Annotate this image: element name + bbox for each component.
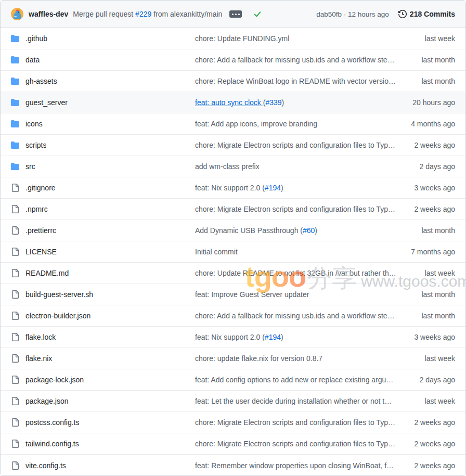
file-name-link[interactable]: data: [25, 56, 40, 64]
file-name-link[interactable]: vite.config.ts: [25, 461, 66, 470]
file-name-link[interactable]: flake.lock: [25, 333, 56, 341]
commit-message-cell[interactable]: feat: Improve Guest Server updater: [195, 290, 397, 299]
file-name-link[interactable]: README.md: [25, 269, 69, 277]
commit-date: 2 weeks ago: [397, 418, 455, 427]
file-icon: [11, 226, 19, 235]
commit-message-text: chore: Migrate Electron scripts and conf…: [195, 418, 395, 427]
commit-message-text: chore: Add a fallback for missing usb.id…: [195, 312, 395, 320]
file-name-link[interactable]: package.json: [25, 397, 69, 405]
commit-message-cell[interactable]: add wm-class prefix: [195, 162, 397, 171]
file-name-cell: .prettierrc: [11, 226, 195, 235]
file-icon: [11, 440, 19, 448]
ci-status-check-icon[interactable]: [253, 10, 262, 18]
issue-link[interactable]: #194: [265, 333, 281, 341]
commit-message-text: feat: Let the user decide during install…: [195, 397, 392, 405]
commit-date: last week: [397, 269, 455, 277]
folder-icon: [11, 77, 19, 85]
commit-date: 2 days ago: [397, 376, 455, 384]
commit-author[interactable]: waffles-dev: [29, 10, 68, 18]
file-name-cell: src: [11, 162, 195, 171]
file-icon: [11, 269, 19, 277]
file-name-cell: guest_server: [11, 98, 195, 107]
commit-message-cell[interactable]: feat: Nix support 2.0 (#194): [195, 333, 397, 341]
file-name-cell: scripts: [11, 141, 195, 149]
issue-link[interactable]: feat: auto sync clock: [195, 98, 263, 107]
commit-message-text: feat: Add config options to add new or r…: [195, 376, 393, 384]
avatar-image: [11, 8, 23, 20]
commit-message-cell[interactable]: feat: Add app icons, improve branding: [195, 120, 397, 128]
file-row-src: src add wm-class prefix 2 days ago: [1, 156, 465, 177]
commit-message-cell[interactable]: chore: Migrate Electron scripts and conf…: [195, 205, 397, 213]
file-name-cell: electron-builder.json: [11, 312, 195, 320]
commit-date: 2 weeks ago: [397, 440, 455, 448]
commit-message-cell[interactable]: chore: Update README to not list 32GB in…: [195, 269, 397, 277]
commit-date: 2 days ago: [397, 162, 455, 171]
file-name-link[interactable]: .npmrc: [25, 205, 48, 213]
commit-message-cell[interactable]: chore: Add a fallback for missing usb.id…: [195, 312, 397, 320]
file-name-link[interactable]: build-guest-server.sh: [25, 290, 93, 299]
commit-sha-and-time[interactable]: dab50fb · 12 hours ago: [316, 10, 389, 18]
file-name-link[interactable]: .prettierrc: [25, 226, 56, 235]
folder-icon: [11, 162, 19, 171]
file-icon: [11, 397, 19, 405]
file-name-link[interactable]: .github: [25, 34, 47, 43]
file-name-link[interactable]: gh-assets: [25, 77, 57, 85]
file-name-link[interactable]: scripts: [25, 141, 46, 149]
commit-message-cell[interactable]: feat: Remember window properties upon cl…: [195, 461, 397, 470]
file-icon: [11, 333, 19, 341]
commit-message-cell[interactable]: Initial commit: [195, 248, 397, 256]
commit-date: last month: [397, 226, 455, 235]
file-name-link[interactable]: icons: [25, 120, 43, 128]
file-icon: [11, 376, 19, 384]
file-name-link[interactable]: tailwind.config.ts: [25, 440, 79, 448]
commit-message-cell[interactable]: chore: Migrate Electron scripts and conf…: [195, 418, 397, 427]
commit-message-cell[interactable]: Add Dynamic USB Passthrough (#60): [195, 226, 397, 235]
file-name-link[interactable]: LICENSE: [25, 248, 57, 256]
file-name-link[interactable]: package-lock.json: [25, 376, 84, 384]
commit-message-cell[interactable]: chore: Migrate Electron scripts and conf…: [195, 141, 397, 149]
repo-file-browser: waffles-dev Merge pull request #229 from…: [0, 0, 466, 476]
commit-title-text: from alexankitty/main: [151, 10, 222, 18]
commit-message-text: add wm-class prefix: [195, 162, 260, 171]
issue-link[interactable]: #229: [135, 10, 151, 18]
commit-date: 4 months ago: [397, 120, 455, 128]
commit-date: 20 hours ago: [397, 98, 455, 107]
file-name-link[interactable]: postcss.config.ts: [25, 418, 80, 427]
file-icon: [11, 312, 19, 320]
issue-link[interactable]: #339: [265, 98, 281, 107]
commit-date: last week: [397, 34, 455, 43]
commit-message-cell[interactable]: chore: Replace WinBoat logo in README wi…: [195, 77, 397, 85]
file-icon: [11, 184, 19, 192]
file-row-scripts: scripts chore: Migrate Electron scripts …: [1, 135, 465, 156]
file-name-link[interactable]: flake.nix: [25, 354, 52, 363]
file-name-cell: .npmrc: [11, 205, 195, 213]
commit-expand-button[interactable]: [229, 10, 242, 18]
issue-link[interactable]: #194: [265, 184, 281, 192]
commits-count-label: 218 Commits: [410, 10, 455, 18]
commit-message-cell[interactable]: feat: auto sync clock (#339): [195, 98, 397, 107]
commit-message-text: chore: Update README to not list 32GB in…: [195, 269, 396, 277]
file-row-guest_server: guest_server feat: auto sync clock (#339…: [1, 92, 465, 113]
commit-message-cell[interactable]: chore: Add a fallback for missing usb.id…: [195, 56, 397, 64]
commit-message-cell[interactable]: feat: Nix support 2.0 (#194): [195, 184, 397, 192]
commit-date: 2 weeks ago: [397, 461, 455, 470]
commit-message-text: chore: Update FUNDING.yml: [195, 34, 289, 43]
commit-message-cell[interactable]: chore: Migrate Electron scripts and conf…: [195, 440, 397, 448]
file-name-link[interactable]: electron-builder.json: [25, 312, 90, 320]
file-row-electron-builder.json: electron-builder.json chore: Add a fallb…: [1, 305, 465, 327]
file-name-cell: package.json: [11, 397, 195, 405]
avatar[interactable]: [11, 8, 23, 20]
file-list: .github chore: Update FUNDING.yml last w…: [1, 28, 465, 476]
commits-count-link[interactable]: 218 Commits: [398, 10, 455, 18]
commit-message-cell[interactable]: chore: Update FUNDING.yml: [195, 34, 397, 43]
commit-message-cell[interactable]: chore: update flake.nix for version 0.8.…: [195, 354, 397, 363]
issue-link[interactable]: #60: [303, 226, 315, 235]
file-name-link[interactable]: .gitignore: [25, 184, 56, 192]
file-name-link[interactable]: src: [25, 162, 35, 171]
commit-message-text: chore: Replace WinBoat logo in README wi…: [195, 77, 397, 85]
commit-message-cell[interactable]: feat: Let the user decide during install…: [195, 397, 397, 405]
file-icon: [11, 418, 19, 427]
file-name-link[interactable]: guest_server: [25, 98, 68, 107]
commit-message-cell[interactable]: feat: Add config options to add new or r…: [195, 376, 397, 384]
file-row-package.json: package.json feat: Let the user decide d…: [1, 391, 465, 412]
